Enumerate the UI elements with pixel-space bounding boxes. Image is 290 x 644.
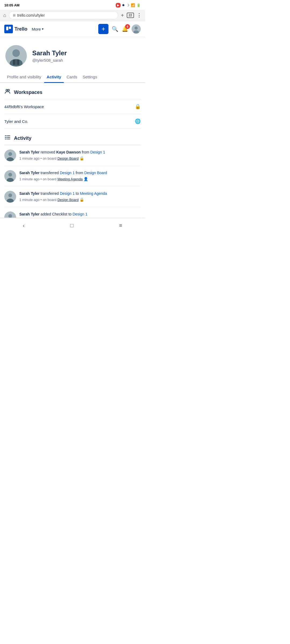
workspace-name-1: 44f9dbf6's Workspace <box>4 104 132 109</box>
browser-actions: + 22 ⋮ <box>121 12 142 19</box>
svg-point-6 <box>12 49 20 57</box>
workspace-item-2[interactable]: Tyler and Co. 🌐 <box>4 114 141 129</box>
activity-text-1: Sarah Tyler removed Kaye Dawson from Des… <box>19 149 141 155</box>
nav-search-button[interactable]: 🔍 <box>112 26 118 32</box>
activity-meta-3: 1 minute ago • on board Design Board 🔒 <box>19 197 141 202</box>
workspace-name-2: Tyler and Co. <box>4 119 132 124</box>
workspaces-header: Workspaces <box>4 83 141 99</box>
browser-chrome: ⌂ ⊞ trello.com/u/tyler + 22 ⋮ <box>0 10 145 21</box>
svg-rect-1 <box>9 27 11 29</box>
activity-content-3: Sarah Tyler transferred Design 1 to Meet… <box>19 191 141 203</box>
trello-navbar: Trello More ▾ + 🔍 🔔 6 <box>0 21 145 37</box>
url-site-icon: ⊞ <box>13 13 16 17</box>
from-board-link-2[interactable]: Design Board <box>84 171 107 175</box>
svg-point-11 <box>8 89 9 91</box>
activity-avatar-2 <box>4 170 16 182</box>
activity-meta-1: 1 minute ago • on board Design Board 🔒 <box>19 156 141 160</box>
board-link-2[interactable]: Meeting Agenda <box>57 177 83 181</box>
svg-point-22 <box>8 173 12 177</box>
activity-text-3: Sarah Tyler transferred Design 1 to Meet… <box>19 191 141 196</box>
activity-section: Activity Sarah Tyler removed Kaye Dawson… <box>0 129 145 218</box>
tab-settings[interactable]: Settings <box>80 71 100 82</box>
workspace-item-1[interactable]: 44f9dbf6's Workspace 🔒 <box>4 99 141 114</box>
activity-content-1: Sarah Tyler removed Kaye Dawson from Des… <box>19 149 141 161</box>
status-bar: 10:05 AM ▶ ✸ ☽ 📶 🔋 <box>0 0 145 10</box>
workspaces-icon <box>4 88 11 96</box>
activity-content-4: Sarah Tyler added Checklist to Design 1 <box>19 211 141 213</box>
profile-username: @tyler508_sarah <box>32 58 140 63</box>
home-button[interactable]: □ <box>65 221 79 230</box>
trello-logo-icon <box>4 25 13 33</box>
browser-url-bar[interactable]: ⊞ trello.com/u/tyler <box>9 11 118 19</box>
nav-more-button[interactable]: More ▾ <box>32 27 44 31</box>
activity-text-2: Sarah Tyler transferred Design 1 from De… <box>19 170 141 176</box>
activity-content-2: Sarah Tyler transferred Design 1 from De… <box>19 170 141 182</box>
back-button[interactable]: ‹ <box>17 221 30 230</box>
activity-title: Activity <box>14 136 31 141</box>
actor-3: Sarah Tyler <box>19 191 39 196</box>
profile-name: Sarah Tyler <box>32 49 140 57</box>
workspaces-title: Workspaces <box>14 90 42 95</box>
target-1: Kaye Dawson <box>56 150 81 154</box>
card-link-4[interactable]: Design 1 <box>73 212 87 216</box>
svg-point-3 <box>135 27 138 30</box>
profile-info: Sarah Tyler @tyler508_sarah <box>32 49 140 63</box>
svg-point-19 <box>8 152 12 156</box>
card-link-3[interactable]: Design 1 <box>60 191 75 196</box>
activity-item-1: Sarah Tyler removed Kaye Dawson from Des… <box>4 145 141 166</box>
notification-badge: 6 <box>125 24 130 29</box>
workspaces-section: Workspaces 44f9dbf6's Workspace 🔒 Tyler … <box>0 83 145 129</box>
svg-point-10 <box>6 89 8 91</box>
workspace-globe-icon-2: 🌐 <box>135 118 141 124</box>
activity-avatar-1 <box>4 149 16 161</box>
wifi-icon: 📶 <box>131 3 135 7</box>
nav-notification-button[interactable]: 🔔 6 <box>122 26 128 32</box>
board-link-3[interactable]: Design Board <box>57 198 79 202</box>
board-lock-icon-3: 🔒 <box>79 197 84 202</box>
to-board-link-3[interactable]: Meeting Agenda <box>80 191 107 196</box>
nav-add-button[interactable]: + <box>98 24 108 34</box>
activity-avatar-3 <box>4 191 16 203</box>
browser-home-button[interactable]: ⌂ <box>3 13 6 18</box>
activity-item-2: Sarah Tyler transferred Design 1 from De… <box>4 166 141 186</box>
board-lock-icon-1: 🔒 <box>79 156 84 160</box>
browser-add-tab-button[interactable]: + <box>121 12 124 19</box>
activity-item-3: Sarah Tyler transferred Design 1 to Meet… <box>4 186 141 207</box>
actor-2: Sarah Tyler <box>19 171 39 175</box>
svg-point-28 <box>8 214 12 218</box>
status-icons: ▶ ✸ ☽ 📶 🔋 <box>116 3 141 8</box>
tabs-bar: Profile and visibility Activity Cards Se… <box>0 71 145 83</box>
browser-menu-button[interactable]: ⋮ <box>137 12 142 18</box>
nav-more-label: More <box>32 27 41 31</box>
tab-profile[interactable]: Profile and visibility <box>4 71 44 82</box>
card-link-1[interactable]: Design 1 <box>90 150 105 154</box>
profile-section: Sarah Tyler @tyler508_sarah <box>0 37 145 71</box>
board-person-icon-2: 👤 <box>84 177 88 181</box>
nav-avatar[interactable] <box>132 24 141 34</box>
svg-rect-9 <box>15 60 17 65</box>
tab-activity[interactable]: Activity <box>44 71 64 82</box>
camera-icon: ▶ <box>117 3 119 7</box>
activity-meta-2: 1 minute ago • on board Meeting Agenda 👤 <box>19 177 141 181</box>
chevron-down-icon: ▾ <box>42 27 44 31</box>
workspace-lock-icon-1: 🔒 <box>135 104 141 109</box>
bottom-nav: ‹ □ ≡ <box>0 218 145 233</box>
svg-point-25 <box>8 193 12 197</box>
bluetooth-icon: ✸ <box>122 3 125 7</box>
url-text: trello.com/u/tyler <box>17 13 114 17</box>
svg-rect-0 <box>6 27 8 30</box>
profile-avatar <box>5 45 27 67</box>
tab-cards[interactable]: Cards <box>64 71 80 82</box>
battery-icon: 🔋 <box>136 3 141 7</box>
activity-header: Activity <box>4 129 141 145</box>
trello-logo-text: Trello <box>15 26 27 32</box>
board-link-1[interactable]: Design Board <box>57 156 79 160</box>
trello-logo[interactable]: Trello <box>4 25 27 33</box>
browser-tab-count[interactable]: 22 <box>127 13 134 18</box>
card-link-2[interactable]: Design 1 <box>60 171 75 175</box>
activity-icon <box>4 134 11 142</box>
activity-text-4: Sarah Tyler added Checklist to Design 1 <box>19 211 141 217</box>
menu-button[interactable]: ≡ <box>114 221 128 230</box>
moon-icon: ☽ <box>126 3 129 7</box>
status-time: 10:05 AM <box>4 3 20 7</box>
